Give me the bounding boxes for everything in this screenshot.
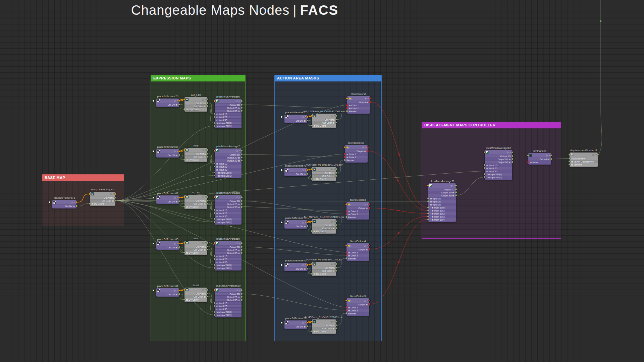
attribute-row[interactable]: └⊞ Input 3D[0]	[215, 171, 241, 174]
node-state-icon[interactable]: ◎	[202, 195, 204, 199]
port-dot[interactable]	[49, 201, 50, 203]
node-editor-canvas[interactable]: Changeable Maps Nodes|FACS BASE MAPEXPRE…	[0, 0, 644, 362]
port-dot[interactable]	[207, 289, 208, 291]
port-dot[interactable]	[153, 150, 154, 152]
node-p2t76[interactable]: place2dTexture76◎≡Out UV ⊞	[284, 320, 307, 329]
attribute-row[interactable]: Output 1D	[215, 245, 241, 248]
port-dot[interactable]	[241, 107, 243, 109]
attribute-row[interactable]: Output 1D	[215, 199, 241, 202]
attribute-row[interactable]: ⊞ Input 1D	[428, 197, 456, 200]
port-dot[interactable]	[512, 158, 513, 160]
attribute-row[interactable]: ⊞ Input 2D	[215, 115, 241, 118]
attribute-row[interactable]: ⊞ Input 1D	[215, 301, 241, 304]
wire[interactable]	[208, 294, 214, 303]
wire[interactable]	[308, 326, 311, 331]
port-dot[interactable]	[344, 156, 345, 158]
attribute-row[interactable]: └⊞ Input 3D[0]	[215, 218, 241, 221]
node-pma6[interactable]: plusMinusAverage6◎≡Output 1DOutput 2D ⊞O…	[215, 99, 241, 128]
attribute-row[interactable]: ⊞ UV Coord	[184, 158, 207, 161]
attribute-row[interactable]: └⊞ Input 3D[1]	[215, 124, 241, 127]
port-dot[interactable]	[178, 197, 180, 198]
port-dot[interactable]	[183, 108, 185, 110]
port-dot[interactable]	[550, 158, 552, 160]
node-fa3[interactable]: AU_R2Face_01-DNS1921001.exrM◎≡Out AlphaO…	[312, 219, 336, 234]
attribute-row[interactable]: Output ⊞	[346, 206, 369, 209]
port-dot[interactable]	[89, 203, 91, 204]
attribute-row[interactable]: Out UV ⊞	[284, 172, 307, 175]
node-menu-icon[interactable]: ≡	[595, 153, 597, 157]
port-dot[interactable]	[207, 246, 208, 247]
node-blend2[interactable]: blendColors2◎≡Output ⊞⊞ Color 1⊞ Color 2…	[345, 145, 368, 163]
node-lum1[interactable]: luminance1◎≡Out Value⊞ Value	[528, 153, 551, 165]
port-dot[interactable]	[214, 150, 215, 152]
port-dot[interactable]	[512, 161, 513, 163]
node-p2t71[interactable]: place2dTexture71◎≡Out UV ⊞	[52, 200, 76, 208]
port-dot[interactable]	[241, 293, 243, 295]
node-menu-icon[interactable]: ≡	[368, 96, 369, 101]
wire[interactable]	[180, 201, 183, 207]
node-state-icon[interactable]: ◎	[302, 263, 304, 267]
port-dot[interactable]	[214, 196, 215, 198]
node-state-icon[interactable]: ◎	[236, 241, 238, 245]
port-dot[interactable]	[311, 273, 313, 275]
port-dot[interactable]	[484, 167, 485, 169]
attribute-row[interactable]: ⊞ Input 1D	[215, 162, 241, 165]
attribute-row[interactable]: ⊞ Vector Displacement	[570, 160, 598, 163]
wire[interactable]	[208, 247, 214, 256]
wire[interactable]	[180, 150, 183, 152]
node-p2t64[interactable]: place2dTexture64◎≡Out UV ⊞	[156, 149, 179, 158]
wire[interactable]	[180, 105, 183, 109]
attribute-row[interactable]: Output ⊞	[346, 248, 369, 251]
attribute-row[interactable]: Out UV ⊞	[156, 246, 179, 249]
attribute-row[interactable]: Displacement	[570, 157, 598, 160]
port-dot[interactable]	[307, 120, 308, 121]
port-dot[interactable]	[335, 221, 337, 222]
port-dot[interactable]	[207, 296, 208, 297]
attribute-row[interactable]: ⊞ Input 2D	[215, 212, 241, 215]
attribute-row[interactable]: ⊞ Color 2	[346, 254, 369, 257]
attribute-row[interactable]: Out UV ⊞	[52, 204, 76, 207]
wire[interactable]	[243, 247, 345, 255]
attribute-row[interactable]: Output 1D	[215, 153, 241, 156]
port-dot[interactable]	[214, 267, 215, 269]
port-dot[interactable]	[335, 115, 337, 117]
attribute-row[interactable]: └⊞ Input 3D[4]	[428, 218, 456, 221]
attribute-row[interactable]: Output ⊞	[345, 149, 368, 153]
node-pma11[interactable]: plusMinusAverage11◎≡Output 1DOutput 2D ⊞…	[428, 183, 456, 222]
attribute-row[interactable]: └⊞ Input 3D[1]	[215, 266, 241, 269]
wire[interactable]	[308, 226, 311, 231]
node-menu-icon[interactable]: ≡	[205, 148, 206, 152]
port-dot[interactable]	[241, 150, 243, 152]
node-state-icon[interactable]: ◎	[302, 168, 304, 172]
attribute-row[interactable]: Out UV ⊞	[156, 200, 179, 203]
port-dot[interactable]	[335, 168, 337, 170]
node-state-icon[interactable]: ◎	[364, 202, 366, 206]
node-state-icon[interactable]: ◎	[174, 149, 176, 154]
attribute-row[interactable]: ⊞ Color 1	[345, 153, 368, 156]
node-state-icon[interactable]: ◎	[71, 200, 73, 204]
attribute-row[interactable]: Output 3D ⊞	[485, 161, 512, 164]
attribute-row[interactable]: ⊞ Color 2	[345, 156, 368, 159]
port-dot[interactable]	[311, 330, 313, 332]
node-menu-icon[interactable]: ≡	[113, 192, 114, 196]
attribute-row[interactable]: Out Color ⊞	[184, 155, 207, 158]
port-dot[interactable]	[183, 242, 185, 244]
port-dot[interactable]	[214, 311, 215, 313]
port-dot[interactable]	[335, 321, 337, 322]
node-state-icon[interactable]: ◎	[364, 298, 366, 303]
port-dot[interactable]	[527, 161, 529, 163]
port-dot[interactable]	[241, 200, 243, 202]
node-menu-icon[interactable]: ≡	[205, 241, 206, 245]
node-fa4[interactable]: AU4Face_01-DNS1921001.exrM◎≡Out AlphaOut…	[312, 262, 336, 276]
port-dot[interactable]	[214, 116, 215, 118]
attribute-row[interactable]: Out Alpha	[312, 224, 336, 227]
attribute-row[interactable]: ⊟ Input 3D	[428, 203, 456, 206]
attribute-row[interactable]: ⊞ UV Coord	[184, 298, 207, 301]
attribute-row[interactable]: ⊞ Input 1D	[215, 208, 241, 212]
wire[interactable]	[337, 160, 344, 173]
port-dot[interactable]	[344, 146, 345, 148]
port-dot[interactable]	[427, 185, 429, 186]
wire[interactable]	[308, 174, 311, 179]
wire[interactable]	[308, 322, 311, 323]
attribute-row[interactable]: Out UV ⊞	[284, 225, 307, 228]
